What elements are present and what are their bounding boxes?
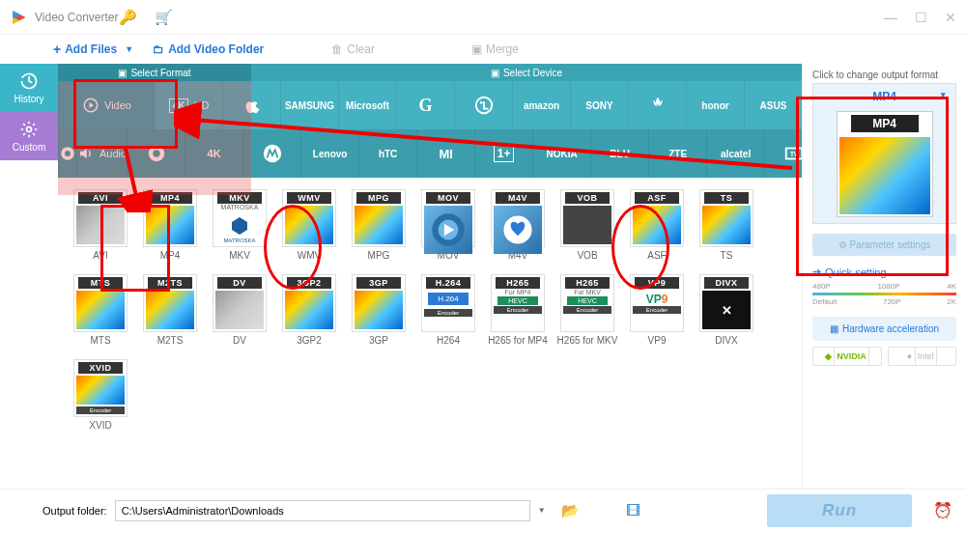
merge-button[interactable]: ▣ Merge xyxy=(471,42,519,56)
brand-google[interactable]: G xyxy=(396,81,454,129)
app-title: Video Converter xyxy=(35,11,119,24)
brand-chrome[interactable] xyxy=(127,129,185,178)
brand-oneplus[interactable]: 1+ xyxy=(474,129,532,178)
brand-huawei[interactable] xyxy=(628,81,686,129)
svg-text:TV: TV xyxy=(790,151,799,157)
brand-honor[interactable]: honor xyxy=(686,81,744,129)
main-panel: ▣Select Format ▣Select Device Video 4K H… xyxy=(58,64,802,489)
format-h265-for-mp4[interactable]: H265For MP4HEVCEncoderH265 for MP4 xyxy=(485,274,551,346)
format-xvid[interactable]: XVIDEncoderXVID xyxy=(68,359,133,431)
format-mts[interactable]: MTSMTS xyxy=(68,274,133,346)
svg-marker-5 xyxy=(90,102,95,108)
output-format-selector[interactable]: MP4 MP4 xyxy=(812,83,956,224)
brand-samsung[interactable]: SAMSUNG xyxy=(280,81,338,129)
key-icon[interactable]: 🔑 xyxy=(119,9,137,26)
arrow-right-icon: ➔ xyxy=(812,266,821,278)
format-icon: ▣ xyxy=(118,68,127,78)
nvidia-badge: ◆ NVIDIA xyxy=(812,347,882,366)
merge-icon: ▣ xyxy=(471,42,482,56)
right-panel: Click to change output format MP4 MP4 ⚙ … xyxy=(802,64,966,489)
maximize-icon[interactable]: ☐ xyxy=(915,10,927,25)
brand-zte[interactable]: ZTE xyxy=(648,129,706,178)
minimize-icon[interactable]: — xyxy=(884,10,897,25)
left-sidebar: History Custom xyxy=(0,64,58,489)
format-divx[interactable]: DIVX✕DIVX xyxy=(694,274,759,346)
svg-point-3 xyxy=(27,127,32,132)
brand-alcatel[interactable]: alcatel xyxy=(706,129,764,178)
folder-dropdown-icon[interactable]: ▼ xyxy=(538,506,546,515)
format-h265-for-mkv[interactable]: H265For MKVHEVCEncoderH265 for MKV xyxy=(554,274,620,346)
brand-apple[interactable] xyxy=(222,81,280,129)
brand-lenovo[interactable]: Lenovo xyxy=(300,129,358,178)
format-ts[interactable]: TSTS xyxy=(694,189,759,261)
hardware-accel-button[interactable]: ▦ Hardware acceleration xyxy=(812,317,956,341)
custom-button[interactable]: Custom xyxy=(0,112,58,160)
chrome-icon xyxy=(59,145,76,162)
folder-icon: 🗀 xyxy=(153,42,164,56)
format-asf[interactable]: ASFASF xyxy=(624,189,690,261)
run-button[interactable]: Run xyxy=(767,494,912,527)
format-vob[interactable]: VOBVOB xyxy=(554,189,620,261)
hw-vendors: ◆ NVIDIA ● Intel xyxy=(812,347,956,366)
chevron-down-icon[interactable]: ▼ xyxy=(125,44,133,54)
format-3gp[interactable]: 3GP3GP xyxy=(346,274,412,346)
plus-icon: + xyxy=(53,42,61,57)
video-list-icon[interactable]: 🎞 xyxy=(626,502,640,518)
add-folder-button[interactable]: 🗀 Add Video Folder xyxy=(153,42,264,56)
brand-nokia[interactable]: NOKIA xyxy=(532,129,590,178)
brand-amazon[interactable]: amazon xyxy=(512,81,570,129)
category-row-2: Audio 4KLenovohTCMI1+NOKIABLUZTEalcatelT… xyxy=(58,129,802,178)
svg-point-7 xyxy=(479,101,482,104)
brand-motorola[interactable] xyxy=(242,129,300,178)
tab-select-device[interactable]: ▣Select Device xyxy=(251,64,802,81)
window-controls: — ☐ ✕ xyxy=(884,10,956,25)
tab-select-format[interactable]: ▣Select Format xyxy=(58,64,251,81)
brand-lg[interactable] xyxy=(454,81,512,129)
format-mov[interactable]: MOVMOV xyxy=(415,189,481,261)
category-row-1: Video 4K HD SAMSUNGMicrosoftGamazonSONYh… xyxy=(58,81,802,129)
titlebar: Video Converter 🔑 🛒 — ☐ ✕ xyxy=(0,0,966,35)
close-icon[interactable]: ✕ xyxy=(945,10,956,25)
format-wmv[interactable]: WMVWMV xyxy=(276,189,342,261)
output-folder-input[interactable] xyxy=(115,500,530,521)
format-vp9[interactable]: VP9VP9EncoderVP9 xyxy=(624,274,690,346)
clear-button[interactable]: 🗑 Clear xyxy=(331,42,375,56)
open-folder-icon[interactable]: 📂 xyxy=(561,502,580,519)
trash-icon: 🗑 xyxy=(331,42,343,56)
cat-audio[interactable]: Audio xyxy=(76,129,127,178)
cat-hd[interactable]: 4K HD xyxy=(155,81,222,129)
cat-video[interactable]: Video xyxy=(58,81,155,129)
format-mpg[interactable]: MPGMPG xyxy=(346,189,412,261)
format-mkv[interactable]: MKVMATROSKAMATROSKAMKV xyxy=(207,189,272,261)
format-avi[interactable]: AVIAVI xyxy=(68,189,133,261)
history-button[interactable]: History xyxy=(0,64,58,112)
intel-badge: ● Intel xyxy=(888,347,957,366)
brand-microsoft[interactable]: Microsoft xyxy=(338,81,396,129)
brand-4k[interactable]: 4K xyxy=(185,129,242,178)
cart-icon[interactable]: 🛒 xyxy=(155,9,173,26)
output-format-value: MP4 xyxy=(819,90,950,107)
format-h264[interactable]: H.264H.264EncoderH264 xyxy=(415,274,481,346)
format-m4v[interactable]: M4VM4V xyxy=(485,189,551,261)
service-icons: 🔑 🛒 xyxy=(119,9,173,26)
format-mp4[interactable]: MP4MP4 xyxy=(137,189,203,261)
brand-sony[interactable]: SONY xyxy=(570,81,628,129)
output-format-preview: MP4 xyxy=(837,111,933,217)
format-3gp2[interactable]: 3GP23GP2 xyxy=(276,274,342,346)
output-format-title: Click to change output format xyxy=(812,70,956,80)
format-dv[interactable]: DVDV xyxy=(207,274,272,346)
add-files-button[interactable]: + Add Files ▼ xyxy=(53,42,133,57)
brand-xiaomi[interactable]: MI xyxy=(416,129,474,178)
brand-tv[interactable]: TV xyxy=(764,129,802,178)
cat-web[interactable] xyxy=(58,129,76,178)
brand-asus[interactable]: ASUS xyxy=(744,81,802,129)
parameter-settings-button[interactable]: ⚙ Parameter settings xyxy=(812,234,956,256)
brand-blu[interactable]: BLU xyxy=(590,129,648,178)
toolbar: + Add Files ▼ 🗀 Add Video Folder 🗑 Clear… xyxy=(0,35,966,64)
alarm-icon[interactable]: ⏰ xyxy=(933,501,952,519)
quick-setting-scale[interactable]: 480P1080P4K Default720P2K xyxy=(812,282,956,311)
svg-point-9 xyxy=(65,151,71,156)
format-m2ts[interactable]: M2TSM2TS xyxy=(137,274,203,346)
device-icon: ▣ xyxy=(491,68,499,78)
brand-htc[interactable]: hTC xyxy=(358,129,416,178)
